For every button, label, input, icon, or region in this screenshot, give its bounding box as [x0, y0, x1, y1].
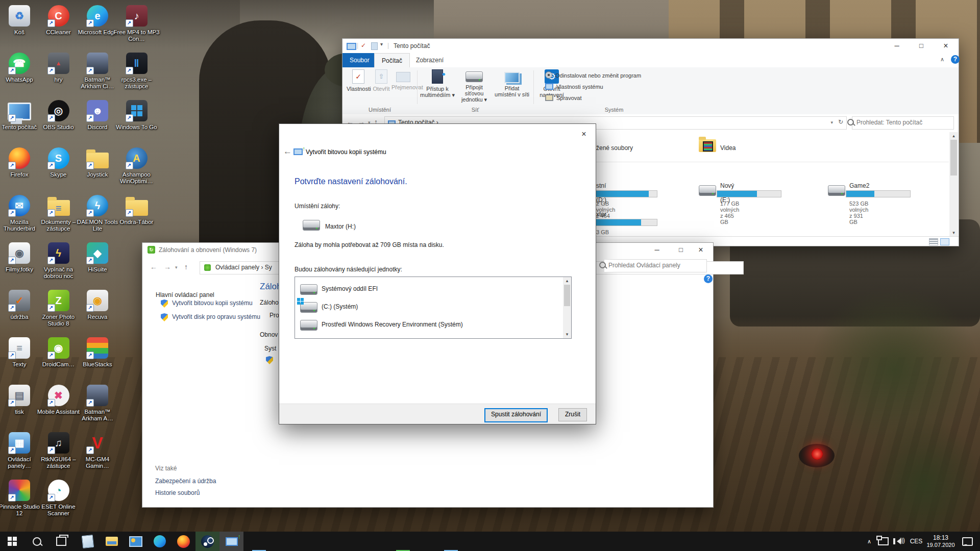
collapse-ribbon-icon[interactable]: ∧	[940, 56, 944, 63]
explorer-minimize-button[interactable]: ─	[885, 39, 909, 53]
backup-recent-icon[interactable]: ▾	[175, 265, 178, 270]
taskbar-firefox-button[interactable]	[172, 532, 195, 551]
dialog-close-button[interactable]: ×	[576, 128, 592, 140]
backup-back-icon[interactable]: ←	[150, 263, 157, 271]
volume-drive-icon	[300, 284, 317, 295]
taskbar-task-view-button[interactable]	[49, 532, 74, 551]
dialog-list-scrollbar[interactable]: ▴ ▾	[563, 277, 571, 338]
ribbon-spravovat-button[interactable]: Spravovat	[545, 93, 582, 103]
taskbar-system-image-backup-button[interactable]: ↑	[219, 532, 243, 551]
cancel-button[interactable]: Zrušit	[558, 408, 587, 421]
tab-pocitac[interactable]: Počítač	[374, 53, 410, 68]
backup-search-box[interactable]: Prohledat Ovládací panely	[604, 259, 707, 272]
desktop-icon-ashampoo-winoptimi-[interactable]: A↗Ashampoo WinOptimi…	[113, 146, 160, 185]
dialog-scroll-down-icon[interactable]: ▾	[563, 331, 571, 338]
taskbar-control-panel-button[interactable]	[124, 532, 148, 551]
backup-help-icon[interactable]: ?	[704, 274, 713, 283]
backup-close-button[interactable]: ×	[689, 243, 713, 257]
explorer-scrollbar[interactable]: ▴ ▾	[949, 132, 958, 237]
taskbar-file-explorer-button[interactable]	[100, 532, 124, 551]
tab-zobrazeni[interactable]: Zobrazení	[409, 53, 451, 67]
media-server-icon: ●	[432, 69, 443, 84]
address-refresh-icon[interactable]: ↻	[838, 118, 843, 126]
address-dropdown-icon[interactable]: ▾	[830, 120, 833, 125]
ribbon-prejmenovat-button[interactable]: Přejmenovat	[391, 69, 415, 90]
dialog-scroll-up-icon[interactable]: ▴	[563, 277, 571, 285]
ribbon-vlastnosti-systemu-button[interactable]: Vlastnosti systému	[545, 82, 603, 92]
system-image-dialog: × ← ↑ Vytvořit bitovou kopii systému Pot…	[279, 123, 596, 424]
qat-new-item-icon[interactable]	[371, 42, 378, 50]
ribbon-pripojit-jednotku-button[interactable]: Připojit síťovou jednotku ▾	[456, 69, 493, 103]
help-icon[interactable]: ?	[951, 55, 960, 64]
rpcs3-exe-z-stupce-icon: ‖↗	[125, 52, 149, 75]
qat-properties-icon[interactable]: ✓	[361, 42, 366, 49]
taskbar-notepad-button[interactable]	[76, 532, 100, 551]
desktop-icon-mc-gm4-gamin-[interactable]: V↗MC-GM4 Gamin…	[74, 431, 121, 469]
explorer-search-box[interactable]: Prohledat: Tento počítač	[852, 116, 954, 130]
drive-icon	[699, 185, 716, 196]
control-panel-home-link[interactable]: Hlavní ovládací panel	[156, 291, 214, 298]
volume-icon[interactable]	[891, 532, 906, 551]
shortcut-arrow-badge: ↗	[86, 19, 94, 27]
explorer-close-button[interactable]: ×	[934, 39, 958, 53]
ribbon-pristup-multimedia-button[interactable]: ● Přístup k multimédiím ▾	[420, 69, 455, 98]
backup-search-placeholder: Prohledat Ovládací panely	[608, 262, 680, 269]
taskbar-steam-button[interactable]	[195, 532, 219, 551]
thumbnails-view-icon[interactable]	[940, 238, 949, 245]
action-center-icon[interactable]	[959, 532, 976, 551]
backup-volume-item-1[interactable]: Systémový oddíl EFI	[295, 281, 560, 297]
drive-capacity-fill	[593, 191, 649, 197]
desktop-icon-free-mp4-to-mp3-con-[interactable]: ♪↗Free MP4 to MP3 Con…	[113, 4, 160, 42]
explorer-maximize-button[interactable]: □	[910, 39, 933, 53]
task-link-2[interactable]: Vytvořit disk pro opravu systému	[172, 313, 264, 321]
ribbon-odinstalovat-button[interactable]: Odinstalovat nebo změnit program	[545, 70, 641, 81]
open-doc-icon: ⇧	[375, 69, 387, 84]
desktop-icon-bluestacks[interactable]: ↗BlueStacks	[74, 336, 121, 368]
tray-date: 19.07.2020	[926, 541, 954, 548]
clock[interactable]: 18:13 19.07.2020	[925, 532, 957, 551]
dialog-drive-list[interactable]: Systémový oddíl EFI(C:) (Systém)Prostřed…	[295, 277, 572, 339]
desktop-icon-windows-to-go[interactable]: ↗Windows To Go	[113, 99, 160, 131]
taskbar-search-button[interactable]	[24, 532, 49, 551]
desktop-icon-batman-arkham-a-[interactable]: ↗Batman™ Arkham A…	[74, 384, 121, 422]
desktop-icon-rpcs3-exe-z-stupce[interactable]: ‖↗rpcs3.exe – zástupce	[113, 52, 160, 90]
dialog-back-icon[interactable]: ←	[283, 146, 292, 157]
task-link-1[interactable]: Vytvořit bitovou kopii systému	[172, 299, 264, 307]
dialog-button-strip: Spustit zálohování Zrušit	[279, 404, 596, 424]
language-indicator[interactable]: CES	[909, 532, 924, 551]
desktop-icon-recuva[interactable]: ◉↗Recuva	[74, 289, 121, 320]
folder-item-videa[interactable]: Videa	[720, 144, 736, 152]
ribbon-otevrit-button[interactable]: ⇧ Otevřít	[371, 69, 391, 92]
qat-customize-icon[interactable]: ▾	[380, 41, 383, 47]
scroll-up-icon[interactable]: ▴	[949, 132, 958, 140]
scrollbar-thumb[interactable]	[950, 140, 957, 176]
ribbon-pridat-umisteni-button[interactable]: Přidat umístění v síti	[494, 69, 530, 97]
dialog-scrollbar-thumb[interactable]	[564, 285, 570, 306]
taskbar-edge-button[interactable]	[148, 532, 172, 551]
ribbon-vlastnosti-button[interactable]: ✓ Vlastnosti	[347, 69, 370, 92]
folder-item-stazene-soubory[interactable]: žené soubory	[596, 144, 633, 152]
scroll-down-icon[interactable]: ▾	[949, 229, 958, 237]
drive-free-space: 3 GB volných z 1,81 TB	[596, 229, 615, 237]
backup-address-icon	[204, 264, 211, 271]
taskbar-start-button[interactable]	[0, 532, 24, 551]
backup-forward-icon[interactable]: →	[164, 263, 171, 271]
backup-volume-item-3[interactable]: Prostředí Windows Recovery Environment (…	[295, 317, 560, 333]
see-also-link-2[interactable]: Historie souborů	[155, 489, 200, 496]
network-icon[interactable]	[876, 532, 890, 551]
tray-chevron[interactable]: ∧	[864, 532, 875, 551]
explorer-titlebar[interactable]: | ✓ ▾ | Tento počítač ─ □ ×	[342, 39, 959, 53]
backup-up-icon[interactable]: ↑	[184, 263, 188, 271]
tab-soubor[interactable]: Soubor	[342, 53, 377, 67]
shortcut-arrow-badge: ↗	[86, 114, 94, 122]
backup-volume-item-2[interactable]: (C:) (Systém)	[295, 299, 560, 315]
see-also-link-1[interactable]: Zabezpečení a údržba	[155, 478, 216, 485]
desktop-icon-ondra-t-bor[interactable]: ↗Ondra-Tábor	[113, 194, 160, 226]
start-backup-button[interactable]: Spustit zálohování	[484, 408, 548, 422]
details-view-icon[interactable]	[929, 238, 938, 245]
backup-breadcrumb[interactable]: Ovládací panely › Sy	[215, 264, 272, 271]
backup-minimize-button[interactable]: ─	[645, 243, 669, 257]
qat-separator-2: |	[387, 42, 389, 49]
desktop-icon-eset-online-scanner[interactable]: ◔↗ESET Online Scanner	[35, 479, 82, 517]
desktop-icon-hisuite[interactable]: ◆↗HiSuite	[74, 241, 121, 273]
